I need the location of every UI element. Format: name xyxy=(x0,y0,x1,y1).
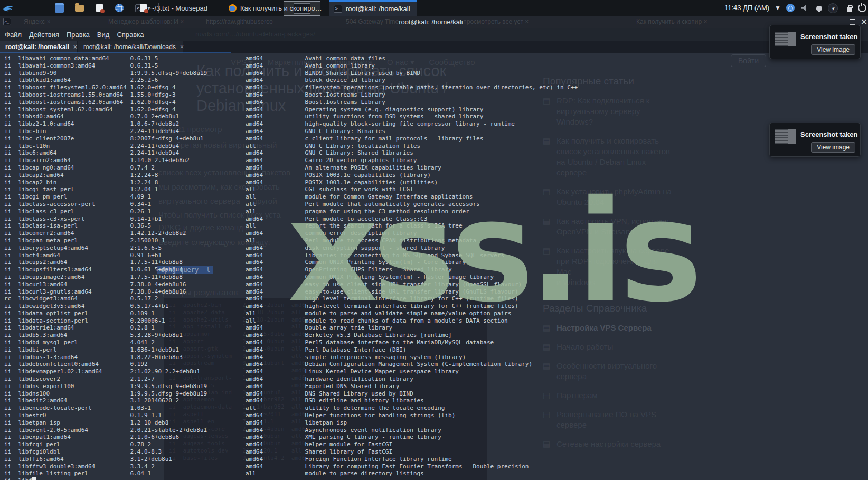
package-row: ii libdbd-mysql-perl 4.041-2 amd64 Perl5… xyxy=(4,339,578,346)
file-manager-launcher[interactable] xyxy=(53,2,65,14)
window-title: root@kali: /home/kali xyxy=(399,16,463,28)
background-url-ghost: ruvds.com/…/ubuntu-debian-packages/ xyxy=(195,30,315,38)
menu-file[interactable]: Файл xyxy=(5,31,22,39)
wifi-tray-button[interactable]: ▼ xyxy=(772,0,784,16)
taskbar-window-terminal[interactable]: >_ root@kali: /home/kali xyxy=(329,0,417,16)
view-image-button[interactable]: View image xyxy=(811,142,855,153)
package-row: ii libfcgi-perl 0.78-2 amd64 helper modu… xyxy=(4,441,578,448)
network-app-tray-button[interactable] xyxy=(785,0,796,16)
notifications-tray-button[interactable] xyxy=(813,0,825,16)
taskbar-window-firefox[interactable]: Как получить и скопиро… xyxy=(224,0,328,16)
background-browser-tab: Менеджер шаблонов: И × xyxy=(108,16,184,28)
arrow-circle-icon: ➤ xyxy=(826,1,839,15)
active-tab-indicator xyxy=(0,52,231,53)
tab-label: root@kali: /home/kali/Downloads xyxy=(83,43,176,51)
package-row: ii libboost-iostreams1.62.0:amd64 1.62.0… xyxy=(4,99,578,106)
screenshot-thumbnail xyxy=(775,129,796,144)
screenshot-thumbnail xyxy=(775,32,796,46)
package-row: ii libestr0 0.1.9-1.1 amd64 Helper funct… xyxy=(4,412,578,419)
background-browser-tab: https://raw.githubuserco xyxy=(206,16,273,28)
package-row: ii libc-bin 2.24-11+deb9u4 amd64 GNU C L… xyxy=(4,128,578,135)
package-row: ii libbind9-90 1:9.9.5.dfsg-9+deb8u19 am… xyxy=(4,70,578,77)
top-panel: >_ ▾ ~/3.txt - Mousepad Как получить и с… xyxy=(0,0,868,16)
taskbar-window-label: root@kali: /home/kali xyxy=(346,5,410,13)
panel-separator xyxy=(841,3,841,13)
background-browser-tab: Яндекс × xyxy=(24,16,51,28)
lock-icon xyxy=(847,7,852,12)
lock-screen-button[interactable] xyxy=(844,0,855,16)
menu-view[interactable]: Вид xyxy=(97,31,110,39)
power-button[interactable] xyxy=(856,0,868,16)
package-row: ii libblkid1:amd64 2.25.2-6 amd64 block … xyxy=(4,77,578,84)
notification-title: Screenshot taken xyxy=(800,33,857,41)
bell-icon xyxy=(816,6,822,11)
terminal-content[interactable]: VPS ▾МаркетплейсПоддержкаО нас ▾Сообщест… xyxy=(0,53,868,480)
mousepad-launcher[interactable] xyxy=(93,2,106,14)
volume-tray-button[interactable] xyxy=(799,0,810,16)
package-row: ii libdbus-1-3:amd64 1.8.22-0+deb8u3 amd… xyxy=(4,354,578,361)
package-row: ii libboost-iostreams1.55.0:amd64 1.55.0… xyxy=(4,91,578,99)
menu-actions[interactable]: Действия xyxy=(29,31,59,39)
taskbar-window-label: Как получить и скопиро… xyxy=(240,4,322,12)
close-button[interactable]: ✕ xyxy=(860,17,868,26)
menu-help[interactable]: Справка xyxy=(117,31,144,39)
package-row: ii libencode-locale-perl 1.03-1 all util… xyxy=(4,404,578,412)
terminal-tab-home[interactable]: root@kali: /home/kali × xyxy=(0,41,77,53)
terminal-titlebar[interactable]: >_ Яндекс ×Менеджер шаблонов: И ×https:/… xyxy=(0,16,868,28)
terminal-tab-downloads[interactable]: root@kali: /home/kali/Downloads × xyxy=(78,41,183,53)
package-row: ii libbsd0:amd64 0.7.0-2+deb8u1 amd64 ut… xyxy=(4,113,578,120)
terminal-icon: >_ xyxy=(334,5,342,13)
whisker-tray-button[interactable]: ➤ xyxy=(827,0,838,16)
notification-title: Screenshot taken xyxy=(800,130,857,138)
package-row: ii libcairo2:amd64 1.14.0-2.1+deb8u2 amd… xyxy=(4,157,578,164)
kali-menu-button[interactable] xyxy=(2,2,15,14)
terminal-menubar: Файл Действия Правка Вид Справка xyxy=(0,28,868,41)
taskbar-window-mousepad[interactable]: ~/3.txt - Mousepad xyxy=(135,0,223,16)
file-manager-icon xyxy=(55,3,64,13)
package-row: ii libdiscover2 2.1.2-7 amd64 hardware i… xyxy=(4,375,578,383)
package-row: ii libavahi-common-data:amd64 0.6.31-5 a… xyxy=(4,55,578,62)
text-editor-icon xyxy=(96,4,103,12)
folder-icon xyxy=(75,5,84,12)
package-row: ii libc6:amd64 2.24-11+deb9u4 amd64 GNU … xyxy=(4,149,578,157)
package-row: ii libc-client2007e 8:2007f~dfsg-4+deb8u… xyxy=(4,135,578,143)
package-row: ii libfcgi0ldbl 2.4.0-8.3 amd64 Shared l… xyxy=(4,448,578,456)
terminal-tabbar: root@kali: /home/kali × root@kali: /home… xyxy=(0,41,868,53)
package-row: ii libdbi-perl 1.636-1+deb9u1 amd64 Perl… xyxy=(4,346,578,354)
package-row: ii libevent-2.0-5:amd64 2.0.21-stable-2+… xyxy=(4,427,578,434)
watermark: xss.is xyxy=(288,182,697,322)
text-editor-icon xyxy=(140,4,147,12)
speaker-icon xyxy=(801,5,808,11)
folder-launcher[interactable] xyxy=(73,2,86,14)
view-image-button[interactable]: View image xyxy=(811,44,855,55)
background-browser-tab: Как получить и скопир × xyxy=(636,16,707,28)
package-row: ii libfftw3-double3:amd64 3.3.4-2 amd64 … xyxy=(4,463,578,470)
background-login-button: Войти xyxy=(731,54,766,67)
kali-logo-icon xyxy=(2,2,15,14)
package-row: ii libetpan-isp 1.2-10-deb8 amd64 libetp… xyxy=(4,419,578,427)
tab-close-icon[interactable]: × xyxy=(180,43,184,51)
window-app-icon: >_ xyxy=(2,17,12,26)
maximize-icon xyxy=(850,19,855,25)
menu-edit[interactable]: Правка xyxy=(67,31,90,39)
power-icon xyxy=(858,4,866,12)
package-row: ii libboost-filesystem1.62.0:amd64 1.62.… xyxy=(4,84,578,91)
screenshot-notification-1[interactable]: Screenshot taken View image xyxy=(769,25,861,59)
browser-launcher[interactable] xyxy=(113,2,126,14)
package-row: ii libc-l10n 2.24-11+deb9u4 all GNU C Li… xyxy=(4,143,578,150)
background-browser-tab: 504 Gateway Time xyxy=(346,16,399,28)
package-row: ii libdebconfclient0:amd64 0.192 amd64 D… xyxy=(4,361,578,368)
package-row: ii libavahi-common3:amd64 0.6.31-5 amd64… xyxy=(4,62,578,70)
package-row: ii libfile-listing-perl 6.04-1 all modul… xyxy=(4,470,578,477)
package-row: ii libedit2:amd64 3.1-20140620-2 amd64 B… xyxy=(4,397,578,404)
clock[interactable]: 11:43 ДП (AM) xyxy=(724,0,769,16)
screenshot-notification-2[interactable]: Screenshot taken View image xyxy=(769,123,861,157)
package-row: ii libdns100 1:9.9.5.dfsg-9+deb8u19 amd6… xyxy=(4,390,578,398)
wifi-icon: ▼ xyxy=(775,4,781,12)
tab-close-icon[interactable]: × xyxy=(73,43,77,51)
package-row: ii libffi6:amd64 3.1-2+deb8u1 amd64 Fore… xyxy=(4,456,578,463)
package-row-partial: ii libf xyxy=(4,477,578,480)
taskbar-window-label: ~/3.txt - Mousepad xyxy=(150,4,207,12)
tab-label: root@kali: /home/kali xyxy=(5,43,69,51)
package-row: ii libboost-system1.62.0:amd64 1.62.0+df… xyxy=(4,106,578,114)
